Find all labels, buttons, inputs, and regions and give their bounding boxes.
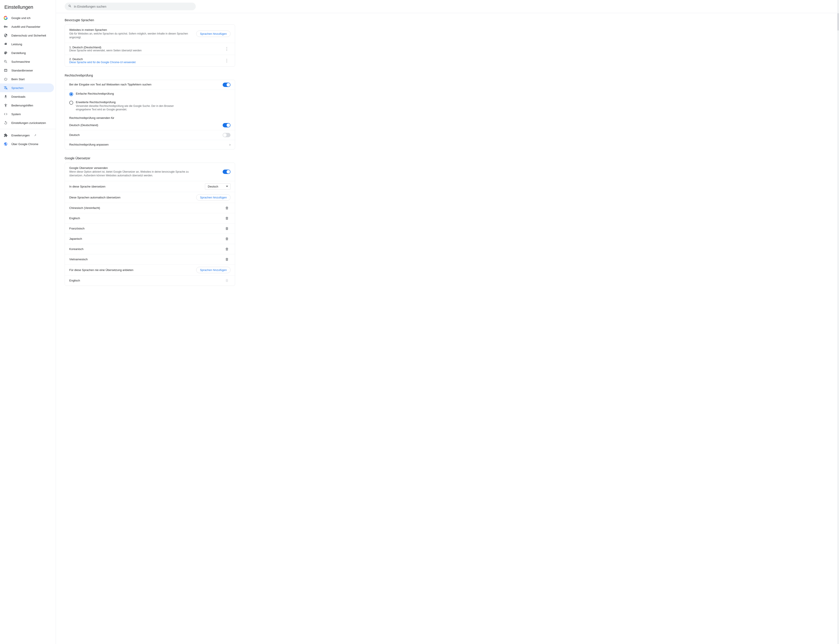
accessibility-icon — [3, 103, 8, 107]
add-never-translate-button[interactable]: Sprachen hinzufügen — [196, 267, 230, 273]
sidebar-item-system[interactable]: System — [0, 110, 54, 118]
scrollbar-track — [837, 0, 839, 644]
lang-2-menu[interactable]: ⋮ — [223, 58, 230, 63]
lang-2-sub: Diese Sprache wird für die Google Chrome… — [69, 61, 135, 64]
deutsch-label: Deutsch — [69, 133, 80, 136]
chevron-right-icon: › — [230, 143, 230, 147]
auto-translate-lang-1: Chinesisch (Vereinfacht) 🗑 — [65, 203, 235, 213]
deutsch-deutschland-toggle[interactable] — [223, 123, 230, 127]
card-google-uebersetzer: Google Übersetzer verwenden Wenn diese O… — [65, 163, 235, 286]
scrollbar-thumb[interactable] — [837, 13, 839, 31]
add-auto-translate-button[interactable]: Sprachen hinzufügen — [196, 194, 230, 200]
search-bar — [56, 0, 837, 13]
auto-translate-lang-5: Koreanisch 🗑 — [65, 244, 235, 255]
delete-auto-lang-6[interactable]: 🗑 — [223, 256, 230, 262]
never-translate-label: Für diese Sprachen nie eine Übersetzung … — [69, 268, 133, 272]
sidebar-item-uber[interactable]: Über Google Chrome — [0, 140, 54, 148]
sidebar-item-autofill[interactable]: Autofill und Passwörter — [0, 22, 54, 31]
row-spell-check-toggle: Bei der Eingabe von Text auf Webseiten n… — [65, 80, 235, 90]
row-google-uebersetzer-toggle: Google Übersetzer verwenden Wenn diese O… — [65, 163, 235, 181]
auto-translate-lang-2: Englisch 🗑 — [65, 213, 235, 223]
search-input[interactable] — [74, 5, 192, 8]
sidebar-item-zuruecksetzen[interactable]: Einstellungen zurücksetzen — [0, 118, 54, 127]
never-translate-lang-1: Englisch 🗑 — [65, 276, 235, 286]
search-box[interactable] — [65, 3, 196, 10]
radio-einfache-label: Einfache Rechtschreibprüfung — [76, 92, 114, 95]
delete-auto-lang-3[interactable]: 🗑 — [223, 226, 230, 232]
never-lang-1-name: Englisch — [69, 279, 80, 282]
lang-1-name: 1. Deutsch (Deutschland) — [69, 46, 141, 49]
window-icon — [3, 68, 8, 72]
delete-auto-lang-4[interactable]: 🗑 — [223, 236, 230, 242]
row-translate-to: In diese Sprache übersetzen Deutsch Engl… — [65, 181, 235, 192]
card-rechtschreibpruefung: Bei der Eingabe von Text auf Webseiten n… — [65, 80, 235, 150]
sidebar-label-suchmaschine: Suchmaschine — [11, 60, 30, 63]
sidebar-label-darstellung: Darstellung — [11, 51, 26, 55]
sidebar-item-suchmaschine[interactable]: Suchmaschine — [0, 57, 54, 66]
add-language-button-top[interactable]: Sprachen hinzufügen — [196, 31, 230, 37]
sidebar-item-leistung[interactable]: Leistung — [0, 40, 54, 49]
sidebar-label-autofill: Autofill und Passwörter — [11, 25, 40, 28]
row-deutsch-toggle: Deutsch — [65, 130, 235, 140]
delete-never-lang-1[interactable]: 🗑 — [223, 278, 230, 283]
main-content: Bevorzugte Sprachen Websites in meinen S… — [56, 0, 837, 644]
sidebar: Einstellungen Google und ich Autofill un… — [0, 0, 56, 644]
sidebar-label-standardbrowser: Standardbrowser — [11, 69, 33, 72]
sidebar-item-datenschutz[interactable]: Datenschutz und Sicherheit — [0, 31, 54, 40]
lang-2-name: 2. Deutsch — [69, 58, 135, 61]
delete-auto-lang-1[interactable]: 🗑 — [223, 205, 230, 211]
google-uebersetzer-title: Google Übersetzer verwenden — [69, 166, 223, 169]
language-entry-1: 1. Deutsch (Deutschland) Diese Sprache w… — [65, 43, 235, 55]
section-title-rechtschreibpruefung: Rechtschreibprüfung — [65, 74, 235, 77]
sidebar-label-downloads: Downloads — [11, 95, 25, 99]
download-icon — [3, 94, 8, 99]
sidebar-label-system: System — [11, 113, 21, 116]
palette-icon — [3, 51, 8, 55]
translate-to-select[interactable]: Deutsch Englisch Französisch — [205, 183, 230, 190]
row-websites-sprachen: Websites in meinen Sprachen Gib für Webs… — [65, 25, 235, 43]
radio-einfache-circle[interactable] — [69, 92, 73, 96]
auto-lang-5-name: Koreanisch — [69, 247, 84, 251]
delete-auto-lang-2[interactable]: 🗑 — [223, 215, 230, 221]
sidebar-label-zuruecksetzen: Einstellungen zurücksetzen — [11, 121, 46, 125]
auto-lang-1-name: Chinesisch (Vereinfacht) — [69, 206, 100, 210]
lang-1-menu[interactable]: ⋮ — [223, 46, 230, 52]
search-icon — [68, 4, 72, 8]
auto-translate-lang-3: Französisch 🗑 — [65, 223, 235, 234]
spell-check-toggle-label: Bei der Eingabe von Text auf Webseiten n… — [69, 83, 151, 86]
radio-erweitert-circle[interactable] — [69, 101, 73, 105]
radio-erweitert[interactable]: Erweiterte Rechtschreibprüfung Verwendet… — [65, 99, 235, 114]
delete-auto-lang-5[interactable]: 🗑 — [223, 246, 230, 252]
spell-check-main-toggle[interactable] — [223, 82, 230, 87]
sidebar-item-downloads[interactable]: Downloads — [0, 92, 54, 101]
sidebar-item-erweiterungen[interactable]: Erweiterungen ↗ — [0, 131, 54, 140]
row-auto-translate-header: Diese Sprachen automatisch übersetzen Sp… — [65, 192, 235, 203]
sidebar-item-darstellung[interactable]: Darstellung — [0, 49, 54, 57]
section-title-google-uebersetzer: Google Übersetzer — [65, 156, 235, 160]
radio-einfache[interactable]: Einfache Rechtschreibprüfung — [65, 90, 235, 99]
translate-icon — [3, 85, 8, 90]
google-uebersetzer-toggle[interactable] — [223, 169, 230, 174]
auto-lang-4-name: Japanisch — [69, 237, 82, 240]
sidebar-item-beim-start[interactable]: Beim Start — [0, 75, 54, 84]
sidebar-label-leistung: Leistung — [11, 43, 22, 46]
row-deutsch-deutschland-toggle: Deutsch (Deutschland) — [65, 120, 235, 130]
gauge-icon — [3, 42, 8, 46]
verwenden-fuer-label: Rechtschreibprüfung verwenden für — [65, 113, 235, 120]
sidebar-label-datenschutz: Datenschutz und Sicherheit — [11, 34, 46, 37]
sidebar-item-bedienungshilfen[interactable]: Bedienungshilfen — [0, 101, 54, 110]
lang-1-sub: Diese Sprache wird verwendet, wenn Seite… — [69, 49, 141, 52]
row-rechtschreibpruefung-anpassen[interactable]: Rechtschreibprüfung anpassen › — [65, 140, 235, 149]
sidebar-label-sprachen: Sprachen — [11, 86, 24, 90]
sidebar-item-google-und-ich[interactable]: Google und ich — [0, 13, 54, 22]
deutsch-deutschland-label: Deutsch (Deutschland) — [69, 123, 98, 127]
sidebar-item-sprachen[interactable]: Sprachen — [0, 84, 54, 92]
chrome-icon — [3, 142, 8, 146]
app-title: Einstellungen — [0, 2, 56, 13]
translate-to-label: In diese Sprache übersetzen — [69, 185, 105, 188]
sidebar-item-standardbrowser[interactable]: Standardbrowser — [0, 66, 54, 75]
deutsch-toggle[interactable] — [223, 133, 230, 137]
websites-title: Websites in meinen Sprachen — [69, 28, 196, 31]
row-never-translate-header: Für diese Sprachen nie eine Übersetzung … — [65, 264, 235, 276]
key-icon — [3, 25, 8, 29]
